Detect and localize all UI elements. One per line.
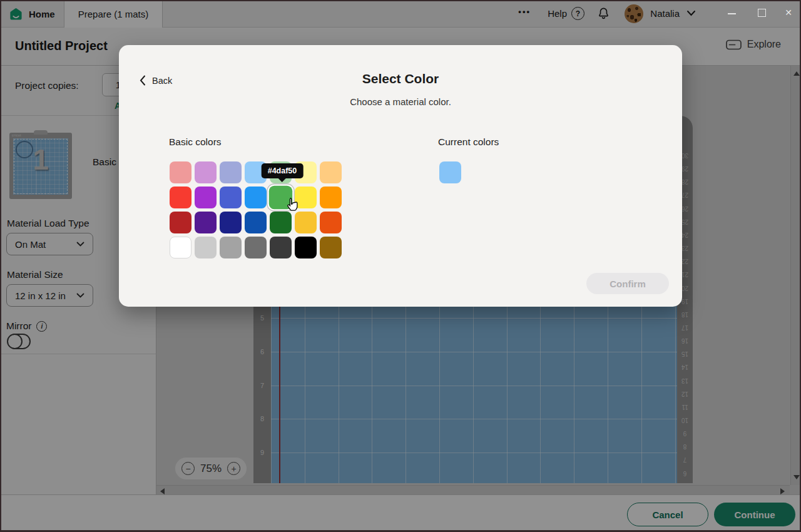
window-edge [0, 0, 1, 532]
color-swatch[interactable] [195, 187, 217, 208]
color-swatch[interactable] [220, 237, 242, 258]
window-edge [0, 0, 801, 1]
current-colors-label: Current colors [438, 136, 499, 148]
cursor-pointer-icon [284, 197, 300, 215]
color-swatch[interactable] [170, 187, 191, 208]
color-swatch[interactable] [195, 237, 217, 258]
dialog-subtitle: Choose a material color. [119, 96, 682, 107]
color-swatch[interactable] [195, 212, 217, 233]
app-window: Home Prepare (1 mats) ••• Help ? Natalia… [0, 0, 801, 532]
color-swatch[interactable] [320, 161, 342, 183]
color-swatch[interactable] [220, 212, 242, 233]
color-swatch[interactable] [220, 187, 242, 208]
select-color-dialog: Back Select Color Choose a material colo… [119, 45, 682, 307]
minimize-button[interactable] [728, 13, 736, 14]
confirm-button: Confirm [586, 273, 669, 294]
current-color-swatch[interactable] [439, 161, 461, 183]
maximize-button[interactable] [758, 9, 766, 17]
color-swatch[interactable] [170, 212, 191, 233]
color-swatch[interactable] [320, 237, 342, 258]
color-swatch[interactable] [270, 237, 292, 258]
color-swatch[interactable] [195, 161, 217, 183]
color-swatch[interactable] [245, 212, 267, 233]
close-button[interactable]: ✕ [785, 8, 792, 18]
color-swatch[interactable] [245, 237, 267, 258]
basic-colors-label: Basic colors [169, 136, 222, 148]
color-swatch[interactable] [320, 187, 342, 208]
color-swatch[interactable] [220, 161, 242, 183]
color-hex-tooltip: #4daf50 [262, 163, 304, 178]
current-colors-row [439, 161, 461, 183]
basic-colors-grid [170, 161, 345, 258]
dialog-title: Select Color [119, 71, 682, 86]
color-swatch[interactable] [295, 237, 317, 258]
color-swatch[interactable] [170, 237, 191, 258]
color-swatch[interactable] [245, 187, 267, 208]
color-swatch[interactable] [170, 161, 191, 183]
window-controls: ✕ [707, 0, 801, 28]
color-swatch[interactable] [320, 212, 342, 233]
